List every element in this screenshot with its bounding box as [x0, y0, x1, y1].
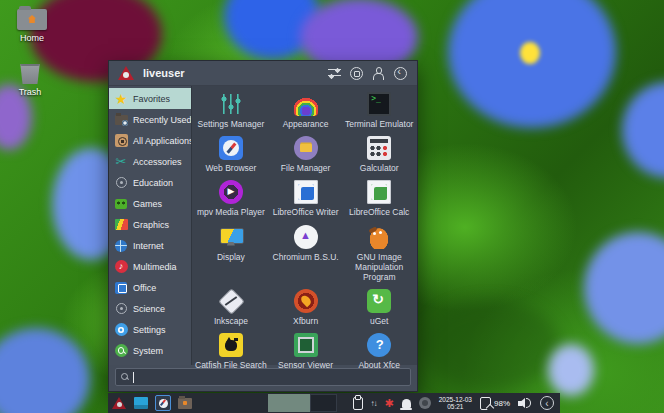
desktop-icon-trash[interactable]: Trash — [4, 64, 56, 97]
category-multimedia[interactable]: ♪ Multimedia — [109, 256, 191, 277]
search-field[interactable] — [115, 368, 411, 386]
category-favorites[interactable]: ★ Favorites — [109, 88, 191, 109]
home-folder-icon — [17, 9, 47, 30]
play-circle-icon — [219, 180, 243, 204]
category-recently-used[interactable]: Recently Used — [109, 109, 191, 130]
workspace-2[interactable] — [310, 394, 337, 412]
category-label: Accessories — [133, 157, 182, 167]
app-libreoffice-writer[interactable]: LibreOffice Writer — [269, 177, 343, 221]
category-games[interactable]: Games — [109, 193, 191, 214]
volume-button[interactable] — [518, 397, 532, 409]
web-browser-button[interactable] — [154, 394, 172, 412]
rocket-circle-icon — [294, 225, 318, 249]
category-settings[interactable]: Settings — [109, 319, 191, 340]
search-input[interactable] — [133, 369, 403, 385]
atom-icon — [116, 303, 127, 314]
notifications-button[interactable] — [402, 399, 411, 408]
app-label: Chromium B.S.U. — [273, 252, 339, 262]
picture-icon — [115, 219, 128, 230]
app-inkscape[interactable]: Inkscape — [193, 286, 269, 330]
magnifier-circle-icon — [115, 344, 128, 357]
switch-user-button[interactable] — [370, 65, 386, 81]
search-row — [109, 365, 417, 391]
music-note-icon: ♪ — [115, 260, 128, 273]
blue-flower — [622, 82, 664, 178]
leaf-shadow — [420, 300, 560, 390]
calculator-icon — [367, 136, 391, 160]
category-system[interactable]: System — [109, 340, 191, 361]
desktop-icon-home[interactable]: Home — [6, 9, 58, 43]
writer-document-icon — [294, 180, 318, 204]
log-out-button[interactable] — [392, 65, 408, 81]
app-web-browser[interactable]: Web Browser — [193, 133, 269, 177]
category-label: Science — [133, 304, 165, 314]
monitor-icon — [219, 225, 243, 249]
target-box-icon — [115, 134, 128, 147]
category-label: Multimedia — [133, 262, 177, 272]
category-label: Office — [133, 283, 156, 293]
updates-button[interactable]: ✱ — [385, 397, 394, 410]
category-label: Graphics — [133, 220, 169, 230]
category-label: System — [133, 346, 163, 356]
app-appearance[interactable]: Appearance — [269, 89, 343, 133]
search-icon — [121, 373, 128, 380]
blue-flower — [584, 232, 664, 344]
battery-indicator[interactable]: 98% — [480, 397, 510, 410]
app-uget[interactable]: uGet — [342, 286, 416, 330]
app-label: Display — [217, 252, 245, 262]
clock-time: 05:21 — [447, 403, 463, 410]
clipboard-tray-button[interactable] — [353, 397, 363, 410]
panel-collapse-button[interactable]: ‹ — [540, 396, 554, 410]
panel-launchers — [108, 394, 194, 412]
app-display[interactable]: Display — [193, 222, 269, 287]
star-icon: ★ — [114, 92, 128, 106]
diamond-pen-icon — [219, 289, 243, 313]
category-science[interactable]: Science — [109, 298, 191, 319]
clipboard-icon — [353, 397, 363, 410]
app-galculator[interactable]: Galculator — [342, 133, 416, 177]
app-xfburn[interactable]: Xfburn — [269, 286, 343, 330]
app-libreoffice-calc[interactable]: LibreOffice Calc — [342, 177, 416, 221]
blue-app-icon — [134, 397, 148, 409]
application-grid: Settings Manager Appearance Terminal Emu… — [191, 86, 417, 365]
app-label: Settings Manager — [198, 119, 265, 129]
file-manager-button[interactable] — [176, 394, 194, 412]
category-internet[interactable]: Internet — [109, 235, 191, 256]
app-settings-manager[interactable]: Settings Manager — [193, 89, 269, 133]
question-circle-icon — [367, 333, 391, 357]
workspace-1[interactable] — [268, 394, 310, 412]
applications-menu-button[interactable] — [110, 394, 128, 412]
category-label: Education — [133, 178, 173, 188]
compass-icon — [155, 395, 171, 411]
status-tray-button[interactable] — [419, 397, 431, 409]
app-terminal-emulator[interactable]: Terminal Emulator — [342, 89, 416, 133]
calc-document-icon — [367, 180, 391, 204]
globe-icon — [115, 240, 127, 252]
sliders-icon — [219, 92, 243, 116]
lock-screen-button[interactable] — [348, 65, 364, 81]
clock[interactable]: 2025-12-03 05:21 — [439, 396, 472, 410]
app-window-button[interactable] — [132, 394, 150, 412]
gimp-wilber-icon — [367, 225, 391, 249]
person-icon — [372, 67, 384, 80]
app-gnu-image-manipulation-program[interactable]: GNU Image Manipulation Program — [342, 222, 416, 287]
blue-flower — [548, 344, 594, 396]
app-file-manager[interactable]: File Manager — [269, 133, 343, 177]
app-label: Terminal Emulator — [345, 119, 414, 129]
category-accessories[interactable]: ✂ Accessories — [109, 151, 191, 172]
app-label: LibreOffice Calc — [349, 207, 409, 217]
category-all-applications[interactable]: All Applications — [109, 130, 191, 151]
app-chromium-bsu[interactable]: Chromium B.S.U. — [269, 222, 343, 287]
app-label: GNU Image Manipulation Program — [344, 252, 414, 283]
all-settings-button[interactable] — [326, 65, 342, 81]
terminal-icon — [367, 92, 391, 116]
flame-circle-icon — [294, 289, 318, 313]
clock-date: 2025-12-03 — [439, 396, 472, 403]
app-label: Galculator — [360, 163, 399, 173]
category-graphics[interactable]: Graphics — [109, 214, 191, 235]
network-traffic-button[interactable]: ↑↓ — [371, 399, 377, 408]
category-education[interactable]: Education — [109, 172, 191, 193]
gear-icon — [115, 323, 128, 336]
app-mpv-media-player[interactable]: mpv Media Player — [193, 177, 269, 221]
category-office[interactable]: Office — [109, 277, 191, 298]
